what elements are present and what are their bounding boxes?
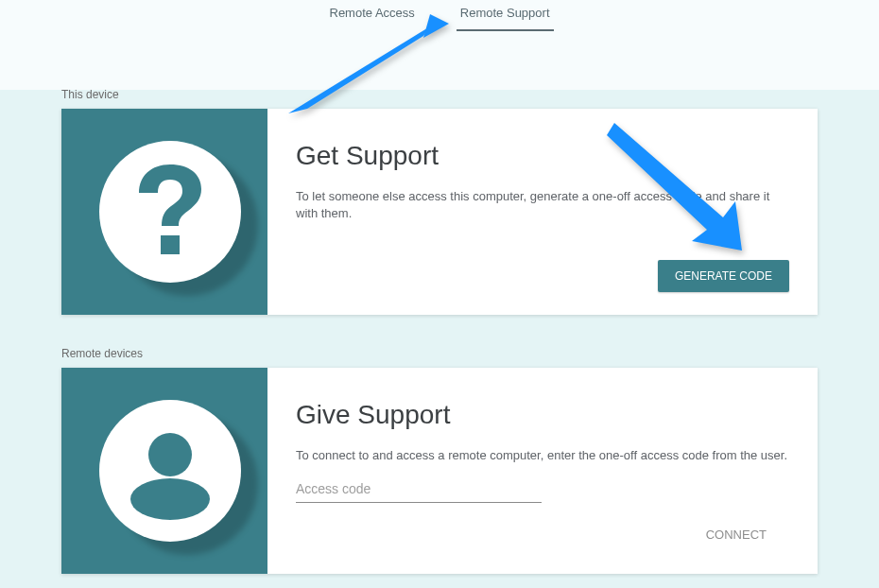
give-support-icon-box	[61, 368, 267, 574]
svg-point-1	[130, 478, 210, 520]
card-get-support: Get Support To let someone else access t…	[61, 109, 818, 315]
give-support-body: Give Support To connect to and access a …	[267, 368, 818, 574]
get-support-actions: GENERATE CODE	[296, 260, 789, 292]
get-support-description: To let someone else access this computer…	[296, 188, 789, 222]
give-support-description: To connect to and access a remote comput…	[296, 447, 789, 464]
give-support-actions: CONNECT	[296, 518, 789, 551]
main-content: This device Get Support To let someone e…	[61, 31, 818, 574]
section-label-remote-devices: Remote devices	[61, 347, 818, 360]
question-mark-icon	[99, 141, 241, 283]
get-support-title: Get Support	[296, 141, 789, 171]
svg-point-0	[148, 433, 192, 476]
get-support-body: Get Support To let someone else access t…	[267, 109, 818, 315]
get-support-icon-box	[61, 109, 267, 315]
tab-remote-support[interactable]: Remote Support	[457, 6, 554, 31]
tab-remote-access[interactable]: Remote Access	[326, 6, 419, 31]
card-give-support: Give Support To connect to and access a …	[61, 368, 818, 574]
give-support-title: Give Support	[296, 400, 789, 430]
person-icon	[99, 400, 241, 542]
section-label-this-device: This device	[61, 88, 818, 101]
connect-button[interactable]: CONNECT	[683, 518, 789, 551]
generate-code-button[interactable]: GENERATE CODE	[658, 260, 789, 292]
tab-bar: Remote Access Remote Support	[0, 0, 879, 31]
access-code-input[interactable]	[296, 476, 542, 503]
